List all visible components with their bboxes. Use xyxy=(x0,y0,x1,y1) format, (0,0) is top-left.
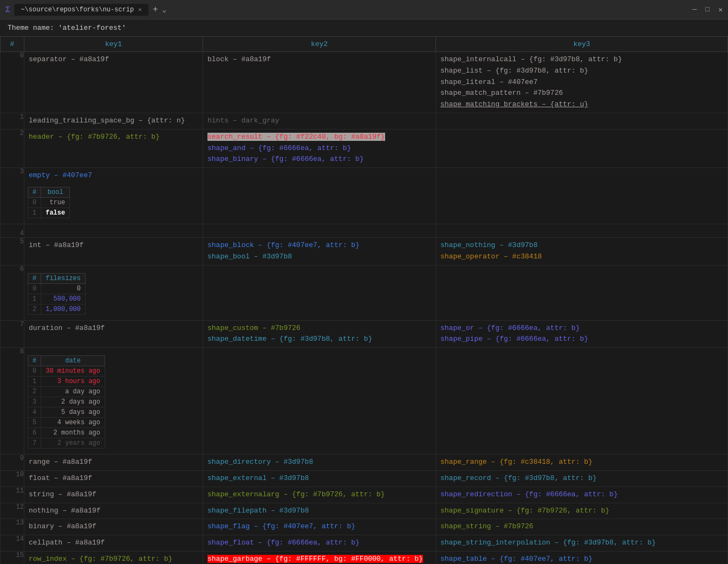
key1-row0: separator – #a8a19f xyxy=(29,55,109,63)
table-row: 10 float – #a8a19f shape_external – #3d9… xyxy=(1,470,728,487)
key2-row7-custom: shape_custom – #7b9726 xyxy=(207,324,301,332)
col-header-key1: key1 xyxy=(24,37,203,52)
key2-row11-extarg: shape_externalarg – {fg: #7b9726, attr: … xyxy=(207,490,385,498)
key3-row9-range: shape_range – {fg: #c38418, attr: b} xyxy=(440,458,593,466)
key1-row10: float – #a8a19f xyxy=(29,474,92,482)
terminal-icon: Σ xyxy=(5,5,10,14)
row-index-13: 13 xyxy=(1,519,24,535)
key3-row12-sig: shape_signature – {fg: #7b9726, attr: b} xyxy=(440,507,609,515)
key1-row13: binary – #a8a19f xyxy=(29,522,96,530)
minimize-button[interactable]: — xyxy=(693,5,697,14)
tab-label: ~\source\repos\forks\nu-scrip xyxy=(21,6,134,14)
col-header-index: # xyxy=(1,37,24,52)
key2-row5-block: shape_block – {fg: #407ee7, attr: b} xyxy=(207,241,360,249)
key3-row0: shape_internalcall – {fg: #3d97b8, attr:… xyxy=(440,55,622,108)
table-row: 4 xyxy=(1,224,728,237)
table-row: 12 nothing – #a8a19f shape_filepath – #3… xyxy=(1,503,728,519)
key2-row10-ext: shape_external – #3d97b8 xyxy=(207,474,309,482)
inner-table-duration: # date 0 30 minutes ago 1 3 hours xyxy=(28,355,105,449)
table-row: 6 # filesizes 0 xyxy=(1,265,728,320)
row-index-9: 9 xyxy=(1,455,24,471)
key2-row14-float: shape_float – {fg: #6666ea, attr: b} xyxy=(207,539,360,547)
key3-row13-str: shape_string – #7b9726 xyxy=(440,522,534,530)
title-bar: Σ ~\source\repos\forks\nu-scrip ✕ + ⌄ — … xyxy=(0,0,728,20)
row-index-8: 8 xyxy=(1,348,24,455)
inner-table-filesizes: # filesizes 0 0 1 500,000 xyxy=(28,273,86,315)
table-row: 11 string – #a8a19f shape_externalarg – … xyxy=(1,487,728,503)
key2-row2-and: shape_and – {fg: #6666ea, attr: b} xyxy=(207,144,351,152)
table-row: 9 range – #a8a19f shape_directory – #3d9… xyxy=(1,455,728,471)
key2-row0: block – #a8a19f xyxy=(207,55,271,63)
key3-row14-strinterp: shape_string_interpolation – {fg: #3d97b… xyxy=(440,539,656,547)
row-index-10: 10 xyxy=(1,470,24,487)
row-index-5: 5 xyxy=(1,237,24,265)
row-index-2: 2 xyxy=(1,129,24,167)
table-row: 2 header – {fg: #7b9726, attr: b} search… xyxy=(1,129,728,167)
active-tab[interactable]: ~\source\repos\forks\nu-scrip ✕ xyxy=(14,4,148,16)
col-header-key2: key2 xyxy=(203,37,436,52)
key3-row11-redir: shape_redirection – {fg: #6666ea, attr: … xyxy=(440,490,618,498)
table-row: 15 row_index – {fg: #7b9726, attr: b} sh… xyxy=(1,551,728,564)
row-index-0: 0 xyxy=(1,52,24,113)
key2-row2-binary: shape_binary – {fg: #6666ea, attr: b} xyxy=(207,155,364,163)
key3-row15-table: shape_table – {fg: #407ee7, attr: b} xyxy=(440,555,593,563)
key2-row1-hints: hints – dark_gray xyxy=(207,116,280,125)
tab-close-icon[interactable]: ✕ xyxy=(138,6,142,13)
key2-row2-search: search_result – {fg: #f22c40, bg: #a8a19… xyxy=(207,133,385,141)
inner-table-bool: # bool 0 true 1 false xyxy=(28,187,70,218)
table-row: 8 # date 0 30 mi xyxy=(1,348,728,455)
col-header-key3: key3 xyxy=(436,37,728,52)
key1-row15: row_index – {fg: #7b9726, attr: b} xyxy=(29,555,172,563)
key2-row9-dir: shape_directory – #3d97b8 xyxy=(207,458,313,466)
row-index-15: 15 xyxy=(1,551,24,564)
close-button[interactable]: ✕ xyxy=(718,5,723,14)
key2-row15-garbage: shape_garbage – {fg: #FFFFFF, bg: #FF000… xyxy=(207,555,423,563)
new-tab-button[interactable]: + xyxy=(153,5,158,15)
key1-row12: nothing – #a8a19f xyxy=(29,507,101,515)
main-table: # key1 key2 key3 0 separator – #a8a19f b… xyxy=(0,36,728,564)
restore-button[interactable]: □ xyxy=(705,5,710,14)
key3-row5-operator: shape_operator – #c38418 xyxy=(440,252,542,261)
key1-row9: range – #a8a19f xyxy=(29,458,92,466)
table-row: 3 empty – #407ee7 # bool xyxy=(1,168,728,224)
row-index-1: 1 xyxy=(1,113,24,129)
key3-row7-pipe: shape_pipe – {fg: #6666ea, attr: b} xyxy=(440,335,588,343)
key1-row1: leading_trailing_space_bg – {attr: n} xyxy=(29,116,185,125)
table-row: 0 separator – #a8a19f block – #a8a19f sh… xyxy=(1,52,728,113)
table-row: 7 duration – #a8a19f shape_custom – #7b9… xyxy=(1,320,728,348)
key1-row7: duration – #a8a19f xyxy=(29,324,105,332)
key3-row7-or: shape_or – {fg: #6666ea, attr: b} xyxy=(440,324,580,332)
key3-row5-nothing: shape_nothing – #3d97b8 xyxy=(440,241,537,249)
table-row: 1 leading_trailing_space_bg – {attr: n} … xyxy=(1,113,728,129)
key2-row7-datetime: shape_datetime – {fg: #3d97b8, attr: b} xyxy=(207,335,372,343)
row-index-7: 7 xyxy=(1,320,24,348)
key2-row5-bool: shape_bool – #3d97b8 xyxy=(207,252,292,261)
tab-dropdown-icon[interactable]: ⌄ xyxy=(162,5,166,14)
key1-row3: empty – #407ee7 xyxy=(29,171,92,179)
key3-row10-record: shape_record – {fg: #3d97b8, attr: b} xyxy=(440,474,597,482)
window-controls: — □ ✕ xyxy=(693,5,723,14)
key2-row13-flag: shape_flag – {fg: #407ee7, attr: b} xyxy=(207,522,355,530)
table-row: 14 cellpath – #a8a19f shape_float – {fg:… xyxy=(1,535,728,552)
key1-row2: header – {fg: #7b9726, attr: b} xyxy=(29,133,160,141)
table-row: 13 binary – #a8a19f shape_flag – {fg: #4… xyxy=(1,519,728,535)
row-index-11: 11 xyxy=(1,487,24,503)
key1-row14: cellpath – #a8a19f xyxy=(29,539,105,547)
key1-row11: string – #a8a19f xyxy=(29,490,96,498)
row-index-6: 6 xyxy=(1,265,24,320)
theme-name-line: Theme name: 'atelier-forest' xyxy=(0,20,728,36)
row-index-3: 3 xyxy=(1,168,24,224)
table-row: 5 int – #a8a19f shape_block – {fg: #407e… xyxy=(1,237,728,265)
row-index-4: 4 xyxy=(1,224,24,237)
key2-row12-filepath: shape_filepath – #3d97b8 xyxy=(207,507,309,515)
row-index-14: 14 xyxy=(1,535,24,552)
key1-row5: int – #a8a19f xyxy=(29,241,83,249)
row-index-12: 12 xyxy=(1,503,24,519)
